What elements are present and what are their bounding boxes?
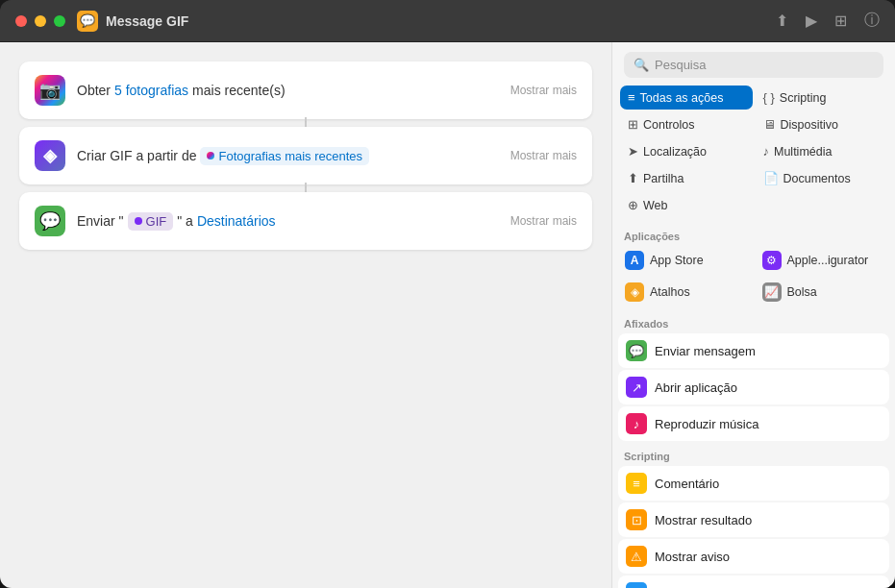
- gif-chip-label: GIF: [146, 214, 167, 229]
- sidebar-item-comment[interactable]: ≡ Comentário: [618, 466, 889, 501]
- pinned-section-label: Afixados: [618, 310, 889, 333]
- action-3-gif-chip[interactable]: GIF: [128, 212, 174, 231]
- sidebar-item-show-warning[interactable]: ⚠ Mostrar aviso: [618, 539, 889, 574]
- cat-scripting-icon: { }: [763, 90, 775, 105]
- cat-all-actions[interactable]: ≡ Todas as ações: [620, 86, 753, 110]
- cat-share[interactable]: ⬆ Partilha: [620, 166, 753, 190]
- cat-documents-label: Documentos: [783, 172, 851, 185]
- search-icon: 🔍: [634, 58, 649, 72]
- titlebar: 💬 Message GIF ⬆ ▶ ⊞ ⓘ: [0, 0, 895, 42]
- sidebar: 🔍 Pesquisa ≡ Todas as ações { } Scriptin…: [611, 42, 895, 588]
- sidebar-item-configurator[interactable]: ⚙ Apple...igurator: [756, 246, 890, 275]
- sidebar-content: Aplicações A App Store ⚙ Apple...igurato…: [612, 223, 895, 588]
- cat-multimedia-label: Multimédia: [774, 145, 832, 159]
- cat-multimedia[interactable]: ♪ Multimédia: [756, 139, 888, 163]
- action-1-show-more[interactable]: Mostrar mais: [499, 84, 577, 97]
- titlebar-actions: ⬆ ▶ ⊞ ⓘ: [776, 11, 880, 31]
- play-music-icon: ♪: [626, 413, 647, 434]
- comment-icon: ≡: [626, 473, 647, 494]
- action-3-text: Enviar " GIF " a Destinatários: [77, 212, 499, 231]
- cat-web-label: Web: [643, 199, 667, 212]
- minimize-button[interactable]: [35, 15, 46, 27]
- search-placeholder: Pesquisa: [655, 58, 706, 72]
- sidebar-item-atalhos[interactable]: ◈ Atalhos: [618, 278, 753, 306]
- action-send-message[interactable]: 💬 Enviar " GIF " a Destinatários Mostrar…: [19, 192, 592, 250]
- cat-all-label: Todas as ações: [640, 91, 724, 105]
- action-3-prefix: Enviar ": [77, 213, 124, 229]
- cat-documents[interactable]: 📄 Documentos: [756, 166, 888, 190]
- sidebar-item-send-message[interactable]: 💬 Enviar mensagem: [618, 333, 889, 368]
- send-message-label: Enviar mensagem: [655, 344, 756, 358]
- sidebar-item-play-music[interactable]: ♪ Reproduzir música: [618, 406, 889, 441]
- action-3-middle: " a: [177, 213, 193, 229]
- action-get-photos[interactable]: 📷 Obter 5 fotografias mais recente(s) Mo…: [19, 61, 592, 119]
- cat-scripting[interactable]: { } Scripting: [756, 86, 888, 110]
- cat-controls-label: Controlos: [643, 118, 695, 132]
- close-button[interactable]: [15, 15, 27, 27]
- cat-multimedia-icon: ♪: [763, 144, 770, 159]
- open-app-icon: ↗: [626, 377, 647, 398]
- cat-web[interactable]: ⊕ Web: [620, 193, 753, 217]
- sidebar-item-ask-input[interactable]: ? Pedir entrada: [618, 576, 889, 588]
- open-app-label: Abrir aplicação: [655, 380, 737, 395]
- atalhos-icon: ◈: [625, 282, 644, 302]
- app-window: 💬 Message GIF ⬆ ▶ ⊞ ⓘ 📷 Obter 5 fotograf…: [0, 0, 895, 588]
- cat-share-icon: ⬆: [628, 171, 638, 185]
- show-warning-label: Mostrar aviso: [655, 550, 730, 564]
- appstore-label: App Store: [650, 254, 704, 267]
- appstore-icon: A: [625, 251, 644, 270]
- cat-location-icon: ➤: [628, 144, 638, 159]
- action-2-highlight: Fotografias mais recentes: [218, 149, 362, 163]
- messages-icon: 💬: [35, 206, 65, 236]
- apps-section-label: Aplicações: [618, 223, 889, 246]
- search-bar[interactable]: 🔍 Pesquisa: [624, 52, 883, 78]
- configurator-label: Apple...igurator: [787, 254, 869, 267]
- action-1-prefix: Obter: [77, 83, 111, 98]
- play-icon[interactable]: ▶: [806, 12, 817, 30]
- action-2-prefix: Criar GIF a partir de: [77, 148, 196, 163]
- library-icon[interactable]: ⊞: [834, 12, 847, 30]
- action-3-show-more[interactable]: Mostrar mais: [499, 214, 577, 228]
- action-1-text: Obter 5 fotografias mais recente(s): [77, 83, 499, 98]
- sidebar-item-appstore[interactable]: A App Store: [618, 246, 753, 275]
- content-area: 📷 Obter 5 fotografias mais recente(s) Mo…: [0, 42, 895, 588]
- action-create-gif[interactable]: ◈ Criar GIF a partir de Fotografias mais…: [19, 127, 592, 184]
- bolsa-label: Bolsa: [787, 285, 817, 299]
- cat-web-icon: ⊕: [628, 198, 638, 212]
- cat-controls-icon: ⊞: [628, 117, 638, 132]
- share-icon[interactable]: ⬆: [776, 12, 788, 30]
- info-icon[interactable]: ⓘ: [864, 11, 880, 31]
- sidebar-header: 🔍 Pesquisa: [612, 42, 895, 86]
- show-result-icon: ⊡: [626, 509, 647, 530]
- show-warning-icon: ⚠: [626, 546, 647, 567]
- cat-documents-icon: 📄: [763, 171, 779, 185]
- action-1-suffix: mais recente(s): [192, 83, 285, 98]
- cat-share-label: Partilha: [643, 172, 684, 185]
- gif-chip-dot: [135, 217, 142, 225]
- maximize-button[interactable]: [54, 15, 65, 27]
- show-result-label: Mostrar resultado: [655, 513, 752, 527]
- sidebar-item-bolsa[interactable]: 📈 Bolsa: [756, 278, 890, 306]
- cat-all-icon: ≡: [628, 90, 635, 105]
- traffic-lights: [15, 15, 65, 27]
- ask-input-icon: ?: [626, 582, 647, 588]
- cat-controls[interactable]: ⊞ Controlos: [620, 112, 753, 136]
- action-2-text: Criar GIF a partir de Fotografias mais r…: [77, 147, 499, 165]
- category-grid: ≡ Todas as ações { } Scripting ⊞ Control…: [612, 86, 895, 223]
- bolsa-icon: 📈: [762, 282, 782, 302]
- cat-scripting-label: Scripting: [780, 91, 827, 105]
- cat-location[interactable]: ➤ Localização: [620, 139, 753, 163]
- action-2-chip[interactable]: Fotografias mais recentes: [200, 147, 369, 165]
- app-icon: 💬: [77, 11, 98, 32]
- sidebar-item-show-result[interactable]: ⊡ Mostrar resultado: [618, 502, 889, 537]
- cat-location-label: Localização: [643, 145, 707, 159]
- cat-device[interactable]: 🖥 Dispositivo: [756, 112, 888, 136]
- sidebar-item-open-app[interactable]: ↗ Abrir aplicação: [618, 370, 889, 404]
- action-1-highlight[interactable]: 5 fotografias: [114, 83, 188, 98]
- atalhos-label: Atalhos: [650, 285, 690, 299]
- workflow-canvas: 📷 Obter 5 fotografias mais recente(s) Mo…: [0, 42, 611, 588]
- comment-label: Comentário: [655, 477, 719, 491]
- action-2-show-more[interactable]: Mostrar mais: [499, 149, 577, 162]
- action-3-recipients[interactable]: Destinatários: [197, 213, 276, 229]
- photos-icon: 📷: [35, 75, 65, 106]
